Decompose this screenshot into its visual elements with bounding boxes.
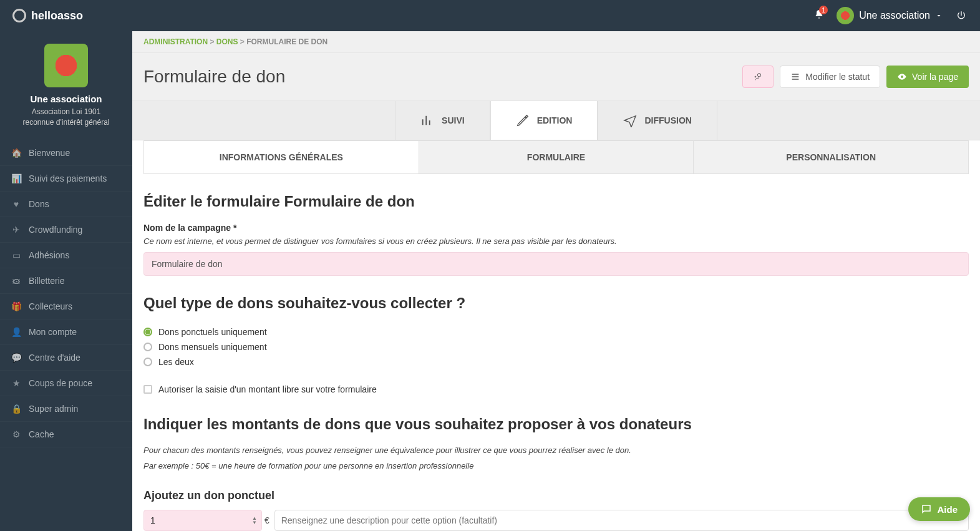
nav-compte[interactable]: 👤Mon compte	[0, 319, 132, 345]
checkbox-icon	[143, 385, 152, 394]
radio-ponctuels[interactable]: Dons ponctuels uniquement	[143, 324, 969, 339]
org-subtitle-1: Association Loi 1901	[6, 107, 126, 117]
gear-icon: ⚙	[11, 429, 21, 439]
view-page-button[interactable]: Voir la page	[886, 66, 969, 88]
logo-icon	[12, 9, 26, 22]
breadcrumb-dons[interactable]: DONS	[216, 37, 238, 46]
edit-icon	[516, 114, 530, 127]
breadcrumb-admin[interactable]: ADMINISTRATION	[143, 37, 208, 46]
sub-tabs: INFORMATIONS GÉNÉRALES FORMULAIRE PERSON…	[143, 140, 969, 174]
sidebar: Une association Association Loi 1901 rec…	[0, 31, 132, 531]
radio-icon	[143, 343, 152, 351]
topbar: helloasso 1 Une association	[0, 0, 980, 31]
section1-title: Éditer le formulaire Formulaire de don	[143, 193, 969, 210]
tab-edition[interactable]: EDITION	[490, 101, 598, 140]
card-icon: ▭	[11, 250, 21, 260]
org-subtitle-2: reconnue d'intérêt général	[6, 117, 126, 128]
radio-icon	[143, 328, 152, 336]
org-name: Une association	[6, 94, 126, 104]
user-name: Une association	[859, 10, 930, 21]
ticket-icon: 🎟	[11, 276, 21, 286]
amount-row: ▲▼ €	[143, 510, 969, 531]
chat-bubble-icon	[921, 504, 932, 515]
star-icon: ★	[11, 378, 21, 388]
help-button[interactable]: Aide	[908, 497, 970, 521]
breadcrumb: ADMINISTRATION > DONS > FORMULAIRE DE DO…	[132, 31, 980, 53]
user-plus-icon	[753, 72, 763, 82]
home-icon: 🏠	[11, 148, 21, 158]
page-header: Formulaire de don Modifier le statut Voi…	[132, 53, 980, 101]
section3-title: Indiquer les montants de dons que vous s…	[143, 416, 969, 433]
modify-status-button[interactable]: Modifier le statut	[780, 66, 880, 88]
mode-tabs: SUIVI EDITION DIFFUSION	[132, 101, 980, 140]
section3-hint2: Par exemple : 50€ = une heure de formati…	[143, 461, 969, 470]
chevron-down-icon	[935, 11, 943, 21]
subtab-info[interactable]: INFORMATIONS GÉNÉRALES	[144, 141, 419, 173]
amount-desc-input[interactable]	[274, 510, 969, 531]
campaign-hint: Ce nom est interne, et vous permet de di…	[143, 236, 969, 246]
notifications-button[interactable]: 1	[814, 9, 824, 22]
checkbox-montant-libre[interactable]: Autoriser la saisie d'un montant libre s…	[143, 382, 969, 397]
org-logo	[44, 44, 88, 87]
tab-diffusion[interactable]: DIFFUSION	[598, 101, 717, 140]
amount-input[interactable]	[143, 510, 262, 531]
nav-coups[interactable]: ★Coups de pouce	[0, 371, 132, 396]
nav-collecteurs[interactable]: 🎁Collecteurs	[0, 294, 132, 319]
list-icon	[790, 72, 800, 82]
brand-text: helloasso	[31, 9, 83, 22]
spinner-down-icon[interactable]: ▼	[252, 520, 257, 525]
main: ADMINISTRATION > DONS > FORMULAIRE DE DO…	[132, 31, 980, 531]
lock-icon: 🔒	[11, 404, 21, 414]
nav-admin[interactable]: 🔒Super admin	[0, 396, 132, 422]
currency-label: €	[264, 515, 269, 525]
radio-icon	[143, 358, 152, 366]
nav-dons[interactable]: ♥Dons	[0, 192, 132, 217]
breadcrumb-current: FORMULAIRE DE DON	[246, 37, 327, 46]
nav-cache[interactable]: ⚙Cache	[0, 422, 132, 447]
brand-logo[interactable]: helloasso	[12, 9, 83, 22]
heart-icon: ♥	[11, 199, 21, 209]
user-icon: 👤	[11, 327, 21, 337]
nav-aide[interactable]: 💬Centre d'aide	[0, 345, 132, 371]
chat-icon: 💬	[11, 353, 21, 363]
section3-hint1: Pour chacun des montants renseignés, vou…	[143, 446, 969, 455]
avatar-icon	[837, 7, 854, 24]
section3-sub: Ajoutez un don ponctuel	[143, 489, 969, 502]
radio-lesdeux[interactable]: Les deux	[143, 354, 969, 369]
page-title: Formulaire de don	[143, 67, 285, 87]
nav-adhesions[interactable]: ▭Adhésions	[0, 243, 132, 268]
subtab-form[interactable]: FORMULAIRE	[419, 141, 694, 173]
nav-bienvenue[interactable]: 🏠Bienvenue	[0, 140, 132, 166]
eye-icon	[897, 72, 907, 82]
content: Éditer le formulaire Formulaire de don N…	[132, 174, 980, 531]
section2-title: Quel type de dons souhaitez-vous collect…	[143, 295, 969, 312]
bars-icon	[420, 114, 434, 127]
power-icon[interactable]	[955, 11, 968, 21]
radio-mensuels[interactable]: Dons mensuels uniquement	[143, 339, 969, 354]
tab-suivi[interactable]: SUIVI	[395, 101, 490, 140]
amount-spinner[interactable]: ▲▼	[252, 516, 257, 525]
nav-billetterie[interactable]: 🎟Billetterie	[0, 268, 132, 294]
notif-badge: 1	[819, 6, 828, 14]
campaign-name-input[interactable]	[143, 252, 969, 276]
add-user-button[interactable]	[742, 66, 774, 88]
send-icon	[623, 114, 637, 127]
nav-paiements[interactable]: 📊Suivi des paiements	[0, 166, 132, 192]
plane-icon: ✈	[11, 225, 21, 235]
sidebar-org: Une association Association Loi 1901 rec…	[0, 31, 132, 140]
campaign-label: Nom de la campagne *	[143, 223, 969, 233]
subtab-perso[interactable]: PERSONNALISATION	[694, 141, 968, 173]
gift-icon: 🎁	[11, 301, 21, 311]
nav-crowdfunding[interactable]: ✈Crowdfunding	[0, 217, 132, 243]
user-dropdown[interactable]: Une association	[837, 7, 943, 24]
chart-icon: 📊	[11, 173, 21, 183]
